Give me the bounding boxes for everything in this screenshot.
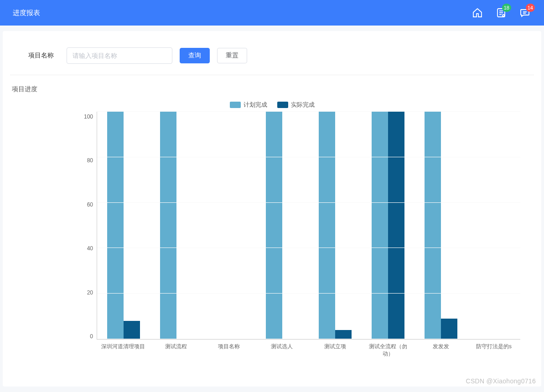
message-icon[interactable]: 14	[518, 6, 531, 19]
x-tick-label: 测试流程	[150, 343, 202, 357]
legend-label-plan: 计划完成	[244, 101, 267, 109]
bar-actual[interactable]	[335, 330, 352, 339]
gridline	[97, 111, 520, 112]
message-badge: 14	[526, 4, 535, 12]
bar-group	[362, 111, 414, 339]
legend-item-plan[interactable]: 计划完成	[230, 101, 267, 109]
bar-actual[interactable]	[441, 319, 457, 339]
legend-swatch-plan	[230, 102, 241, 108]
bars-container	[97, 112, 520, 339]
x-tick-label: 项目名称	[202, 343, 255, 357]
bar-group	[150, 111, 203, 339]
bar-plan[interactable]	[266, 111, 282, 339]
x-tick-label: 深圳河道清理项目	[97, 343, 150, 357]
gridline	[97, 293, 520, 294]
chart: 100806040200	[10, 112, 534, 340]
project-name-input[interactable]	[67, 47, 172, 64]
bar-group	[256, 111, 309, 339]
list-badge: 18	[502, 4, 511, 12]
app-header: 进度报表 18 14	[0, 0, 544, 26]
section-title: 项目进度	[10, 75, 534, 99]
bar-plan[interactable]	[319, 111, 335, 339]
page-title: 进度报表	[13, 9, 40, 17]
reset-button[interactable]: 重置	[217, 48, 247, 63]
gridline	[97, 339, 520, 339]
gridline	[97, 202, 520, 203]
bar-actual[interactable]	[388, 111, 404, 339]
svg-point-4	[503, 15, 504, 16]
query-button[interactable]: 查询	[180, 48, 210, 63]
legend-swatch-actual	[277, 102, 288, 108]
y-tick-label: 40	[87, 245, 93, 252]
chart-legend: 计划完成 实际完成	[10, 101, 534, 109]
bar-group	[414, 111, 467, 339]
bar-group	[309, 111, 362, 339]
x-tick-label: 测试全流程（勿动）	[362, 343, 414, 357]
plot-area	[97, 112, 520, 340]
gridline	[97, 157, 520, 157]
y-tick-label: 0	[90, 333, 93, 340]
bar-plan[interactable]	[425, 111, 441, 339]
legend-label-actual: 实际完成	[291, 101, 315, 109]
bar-plan[interactable]	[372, 111, 388, 339]
x-tick-label: 发发发	[414, 343, 467, 357]
y-tick-label: 80	[87, 157, 93, 164]
search-label: 项目名称	[28, 52, 54, 60]
y-tick-label: 100	[84, 113, 93, 120]
home-icon[interactable]	[471, 6, 484, 19]
y-axis-labels: 100806040200	[74, 112, 97, 340]
x-axis-labels: 深圳河道清理项目测试流程项目名称测试选人测试立项测试全流程（勿动）发发发防守打法…	[10, 343, 534, 357]
x-tick-label: 测试选人	[255, 343, 308, 357]
bar-plan[interactable]	[160, 111, 176, 339]
y-tick-label: 20	[87, 289, 93, 296]
header-icons: 18 14	[471, 6, 531, 19]
search-bar: 项目名称 查询 重置	[10, 40, 534, 75]
x-tick-label: 测试立项	[309, 343, 362, 357]
y-tick-label: 60	[87, 201, 93, 208]
legend-item-actual[interactable]: 实际完成	[277, 101, 315, 109]
bar-actual[interactable]	[124, 321, 140, 339]
content-card: 项目名称 查询 重置 项目进度 计划完成 实际完成 100806040200 深…	[3, 31, 541, 387]
watermark: CSDN @Xiaohong0716	[466, 377, 536, 385]
bar-group	[97, 111, 150, 339]
list-icon[interactable]: 18	[495, 6, 508, 19]
bar-plan[interactable]	[107, 111, 124, 339]
gridline	[97, 248, 520, 248]
x-tick-label: 防守打法是的s	[467, 343, 520, 357]
